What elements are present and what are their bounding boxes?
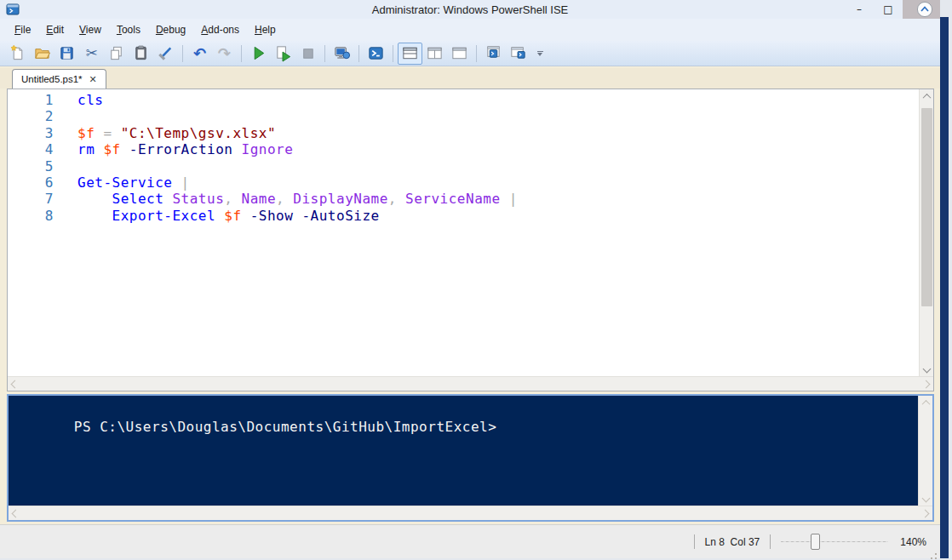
code-line: 2 [8,108,919,124]
paste-clipboard-icon [132,44,150,62]
code-token: -ErrorAction [129,141,242,157]
cut-button[interactable]: ✂ [79,43,104,65]
tab-untitled5[interactable]: Untitled5.ps1* ✕ [12,69,106,89]
toolbar-separator [241,45,242,62]
line-number: 4 [8,141,54,157]
powershell-console-icon [367,44,385,62]
console-vertical-scrollbar[interactable] [918,396,932,506]
code-token: | [181,174,190,191]
scroll-left-button[interactable] [9,506,23,521]
scroll-right-button[interactable] [919,377,933,391]
code-line: 7 Select Status, Name, DisplayName, Serv… [8,191,919,207]
menu-edit[interactable]: Edit [38,21,72,38]
run-selection-button[interactable] [271,43,295,65]
script-editor-pane: 1cls23$f = "C:\Temp\gsv.xlsx"4rm $f -Err… [7,89,934,391]
cut-scissors-icon: ✂ [85,46,97,60]
window-title: Administrator: Windows PowerShell ISE [0,3,940,16]
chevron-up-icon [923,94,932,102]
menu-file[interactable]: File [7,21,38,38]
stop-operation-button[interactable] [295,43,320,65]
code-token: "C:\Temp\gsv.xlsx" [121,125,276,141]
powershell-tab-options-button[interactable] [506,43,530,65]
minimize-button[interactable]: – [845,0,874,19]
code-token: , [224,191,241,207]
line-number: 6 [8,174,54,191]
copy-button[interactable] [104,43,129,65]
open-script-button[interactable] [30,43,54,65]
statusbar-separator [694,534,695,549]
run-selection-icon [274,44,292,62]
show-script-pane-top-button[interactable] [398,43,422,65]
code-token: -AutoSize [301,208,379,224]
code-token: Get-Service [77,174,181,191]
line-number: 7 [8,191,54,207]
scroll-up-button[interactable] [919,396,933,410]
resize-grip-icon[interactable] [935,553,937,555]
paste-button[interactable] [129,43,153,65]
code-token: cls [77,92,103,108]
code-token: Status [172,191,224,207]
code-editor[interactable]: 1cls23$f = "C:\Temp\gsv.xlsx"4rm $f -Err… [8,89,919,376]
editor-horizontal-scrollbar[interactable] [8,376,933,391]
code-line: 6Get-Service | [8,174,919,191]
remote-computer-icon [333,44,351,62]
powershell-app-icon [6,3,20,16]
new-remote-powershell-tab-button[interactable] [330,43,354,65]
screen: Administrator: Windows PowerShell ISE – … [0,0,952,560]
scroll-down-button[interactable] [920,362,934,376]
zoom-slider-track[interactable] [781,541,888,542]
clear-console-pane-button[interactable] [153,43,178,65]
chevron-up-circle-icon [916,1,933,18]
script-pane-top-icon [401,44,419,62]
console-horizontal-scrollbar[interactable] [9,506,932,520]
scroll-up-button[interactable] [920,89,934,104]
scroll-right-button[interactable] [918,506,932,521]
title-bar[interactable]: Administrator: Windows PowerShell ISE – … [0,0,940,19]
tab-label: Untitled5.ps1* [21,74,83,84]
code-token: Select [112,191,173,207]
code-token [77,208,112,224]
editor-vertical-scrollbar[interactable] [919,89,933,376]
toolbar-overflow-button[interactable] [534,51,546,56]
toolbar: ✂ ↶ ↷ [0,41,940,66]
copy-icon [107,44,125,62]
code-line: 1cls [8,92,919,108]
save-script-button[interactable] [54,43,79,65]
redo-icon: ↷ [218,46,231,61]
code-line: 5 [8,158,919,174]
show-script-pane-right-button[interactable] [422,43,447,65]
menu-view[interactable]: View [72,21,109,38]
zoom-slider[interactable] [781,534,888,550]
zoom-slider-thumb[interactable] [811,534,820,550]
maximize-button[interactable]: □ [874,0,903,19]
collapse-script-pane-button[interactable] [916,1,933,18]
menu-add-ons[interactable]: Add-ons [193,21,247,38]
powershell-tab-icon [485,44,502,62]
new-script-button[interactable] [5,43,30,65]
show-script-pane-maximized-button[interactable] [447,43,472,65]
menu-tools[interactable]: Tools [109,21,148,38]
menu-debug[interactable]: Debug [148,21,193,38]
tab-strip: Untitled5.ps1* ✕ [0,68,940,89]
script-pane-maximized-icon [450,44,468,62]
scroll-down-button[interactable] [919,491,933,506]
tab-close-icon[interactable]: ✕ [89,74,97,85]
code-token: Ignore [242,141,294,157]
console-pane[interactable]: PS C:\Users\Douglas\Documents\GitHub\Imp… [9,396,918,506]
code-token: , [388,191,405,207]
undo-button[interactable]: ↶ [187,43,212,65]
line-number: 5 [8,158,54,174]
chevron-right-icon [922,380,931,389]
scroll-left-button[interactable] [8,377,22,391]
line-col-indicator: Ln 8 Col 37 [705,536,760,548]
editor-scroll-thumb[interactable] [921,108,932,306]
new-powershell-tab-button[interactable] [481,43,506,65]
chevron-left-icon [12,510,20,518]
code-line: 3$f = "C:\Temp\gsv.xlsx" [8,125,919,141]
menu-help[interactable]: Help [247,21,284,38]
start-powershell-button[interactable] [364,43,388,65]
run-script-button[interactable] [246,43,271,65]
redo-button[interactable]: ↷ [212,43,237,65]
console-prompt: PS C:\Users\Douglas\Documents\GitHub\Imp… [74,419,497,435]
toolbar-separator [476,45,477,62]
